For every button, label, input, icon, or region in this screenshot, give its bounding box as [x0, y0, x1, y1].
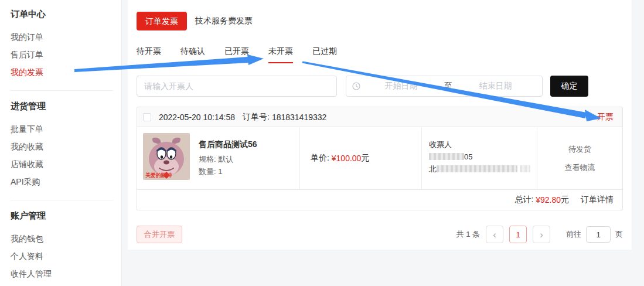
- tab-tech-service-invoice[interactable]: 技术服务费发票: [195, 16, 253, 26]
- view-logistics-link[interactable]: 查看物流: [565, 162, 595, 173]
- tab-not-invoiced[interactable]: 未开票: [268, 46, 293, 63]
- sidebar-item-my-invoices[interactable]: 我的发票: [11, 63, 121, 81]
- cartoon-dog-image: 关爱的眼神: [143, 133, 190, 180]
- goto-page-input[interactable]: [586, 226, 611, 243]
- order-card-footer: 总计: ¥92.80元 订单详情: [137, 189, 622, 210]
- create-invoice-link[interactable]: 开票: [597, 112, 614, 122]
- total-currency: ¥: [536, 195, 540, 205]
- receiver-label: 收票人: [429, 138, 537, 151]
- total-unit: 元: [561, 195, 569, 205]
- sidebar-divider: [11, 200, 113, 200]
- sidebar-divider: [11, 90, 113, 91]
- sidebar-item-api-purchase[interactable]: API采购: [11, 173, 121, 190]
- sidebar-item-shop-favorites[interactable]: 店铺收藏: [11, 155, 121, 173]
- total-count: 共 1 条: [456, 229, 480, 240]
- order-card: 2022-05-20 10:14:58 订单号: 181831419332 开票: [137, 107, 623, 210]
- product-image[interactable]: 关爱的眼神: [143, 133, 190, 180]
- receiver-address-redacted: [437, 165, 517, 172]
- sidebar-item-recipient-management[interactable]: 收件人管理: [11, 265, 121, 282]
- date-separator: 至: [442, 81, 455, 91]
- unit-price-currency: ¥: [332, 154, 336, 163]
- tab-order-invoice[interactable]: 订单发票: [137, 12, 187, 30]
- product-info: 售后商品测试56 规格: 默认 数量: 1: [199, 133, 257, 183]
- order-card-header: 2022-05-20 10:14:58 订单号: 181831419332 开票: [137, 107, 622, 127]
- order-datetime: 2022-05-20 10:14:58: [159, 113, 235, 122]
- order-detail-link[interactable]: 订单详情: [581, 195, 614, 205]
- receiver-cell: 收票人 05 北: [421, 127, 537, 189]
- invoicer-search-input[interactable]: [137, 76, 337, 97]
- date-range-picker[interactable]: 开始日期 至 结束日期: [346, 76, 543, 97]
- receiver-phone: 05: [429, 151, 537, 163]
- confirm-button[interactable]: 确定: [550, 76, 588, 97]
- price-cell: 单价: ¥100.00元: [299, 127, 421, 189]
- page-1-button[interactable]: 1: [509, 226, 527, 243]
- total-amount: 92.80: [540, 195, 561, 205]
- tab-pending-confirm[interactable]: 待确认: [180, 46, 205, 63]
- order-status: 待发货: [568, 144, 591, 155]
- chevron-left-icon: ‹: [493, 230, 496, 240]
- product-name[interactable]: 售后商品测试56: [199, 139, 257, 150]
- sidebar-item-my-wallet[interactable]: 我的钱包: [11, 230, 121, 247]
- order-no-value: 181831419332: [272, 113, 326, 122]
- product-quantity: 数量: 1: [199, 165, 257, 178]
- sidebar-group-account: 账户管理: [11, 210, 121, 222]
- date-end-placeholder: 结束日期: [455, 81, 536, 91]
- unit-price-label: 单价:: [311, 153, 329, 164]
- order-no-label: 订单号:: [243, 112, 270, 122]
- unit-price-amount: 100.00: [336, 154, 362, 163]
- invoice-panel: 订单发票 技术服务费发票 待开票 待确认 已开票 未开票 已过期 开始日期 至 …: [128, 0, 632, 250]
- product-image-caption: 关爱的眼神: [145, 172, 172, 178]
- tab-expired[interactable]: 已过期: [312, 46, 337, 63]
- invoice-status-tabs: 待开票 待确认 已开票 未开票 已过期: [137, 46, 623, 63]
- sidebar-item-my-favorites[interactable]: 我的收藏: [11, 138, 121, 155]
- bottom-row: 合并开票 共 1 条 ‹ 1 › 前往 页: [137, 226, 623, 243]
- merge-invoice-button[interactable]: 合并开票: [137, 226, 182, 243]
- product-cell: 关爱的眼神 售后商品测试56 规格: 默认 数量: 1: [137, 127, 299, 189]
- next-page-button[interactable]: ›: [533, 226, 550, 243]
- sidebar-item-profile[interactable]: 个人资料: [11, 247, 121, 265]
- receiver-address: 北: [429, 163, 537, 175]
- date-start-placeholder: 开始日期: [360, 81, 442, 91]
- receiver-phone-redacted: [429, 153, 464, 160]
- goto-label: 前往: [566, 229, 581, 240]
- sidebar-group-purchase: 进货管理: [11, 100, 121, 112]
- receiver-address-redacted-tail: [520, 165, 530, 172]
- prev-page-button[interactable]: ‹: [486, 226, 503, 243]
- pagination: 共 1 条 ‹ 1 › 前往 页: [456, 226, 623, 243]
- sidebar-item-aftersale-orders[interactable]: 售后订单: [11, 46, 121, 63]
- status-cell: 待发货 查看物流: [537, 127, 622, 189]
- sidebar-item-bulk-order[interactable]: 批量下单: [11, 120, 121, 138]
- product-spec: 规格: 默认: [199, 153, 257, 165]
- order-select-checkbox[interactable]: [143, 113, 151, 121]
- goto-unit: 页: [615, 229, 623, 240]
- unit-price-unit: 元: [361, 153, 369, 164]
- invoice-center-page: 订单中心 我的订单 售后订单 我的发票 进货管理 批量下单 我的收藏 店铺收藏 …: [0, 0, 644, 286]
- total-label: 总计:: [514, 195, 533, 205]
- clock-icon: [352, 82, 360, 90]
- order-card-body: 关爱的眼神 售后商品测试56 规格: 默认 数量: 1 单价: ¥100.00元…: [137, 127, 622, 189]
- invoice-type-row: 订单发票 技术服务费发票: [137, 12, 623, 30]
- tab-pending-invoice[interactable]: 待开票: [137, 46, 161, 63]
- tab-invoiced[interactable]: 已开票: [224, 46, 249, 63]
- sidebar-group-order-center: 订单中心: [11, 8, 121, 20]
- sidebar: 订单中心 我的订单 售后订单 我的发票 进货管理 批量下单 我的收藏 店铺收藏 …: [0, 0, 122, 286]
- filter-row: 开始日期 至 结束日期 确定: [137, 76, 623, 97]
- sidebar-item-my-orders[interactable]: 我的订单: [11, 28, 121, 46]
- chevron-right-icon: ›: [540, 230, 543, 240]
